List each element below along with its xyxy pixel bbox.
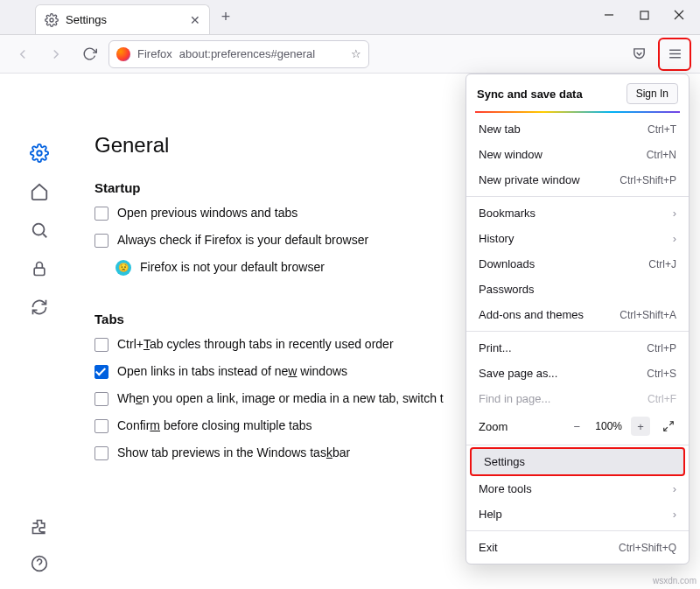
sidebar-help-icon[interactable] [30,554,49,573]
gear-icon [45,13,59,27]
menu-exit[interactable]: ExitCtrl+Shift+Q [466,535,689,560]
sync-title: Sync and save data [477,88,583,101]
app-menu-button[interactable] [661,40,689,68]
close-window-button[interactable] [662,0,696,30]
chevron-right-icon: › [673,508,676,521]
svg-line-10 [43,234,46,237]
sign-in-button[interactable]: Sign In [626,83,678,104]
firefox-icon [116,47,130,61]
sidebar-extensions-icon[interactable] [30,517,49,536]
browser-tab[interactable]: Settings ✕ [35,4,210,34]
watermark: wsxdn.com [653,576,696,585]
sidebar-bottom [0,517,79,573]
menu-print[interactable]: Print...Ctrl+P [466,335,689,361]
svg-point-8 [37,151,42,156]
menu-new-window[interactable]: New windowCtrl+N [466,142,689,167]
menu-zoom-row: Zoom − 100% + [466,411,689,441]
reload-button[interactable] [75,40,103,68]
menu-help[interactable]: Help› [466,501,689,527]
sad-face-icon: 😟 [116,260,131,276]
menu-history[interactable]: History› [466,226,689,251]
address-bar[interactable]: Firefox about:preferences#general ☆ [108,40,369,68]
menu-bookmarks[interactable]: Bookmarks› [466,200,689,226]
maximize-button[interactable] [626,0,662,30]
menu-find[interactable]: Find in page...Ctrl+F [466,386,689,411]
menu-sync-row: Sync and save data Sign In [466,74,689,111]
menu-addons[interactable]: Add-ons and themesCtrl+Shift+A [466,302,689,327]
sidebar-privacy-icon[interactable] [30,259,49,278]
bookmark-star-icon[interactable]: ☆ [351,47,361,60]
settings-sidebar [0,74,79,589]
menu-downloads[interactable]: DownloadsCtrl+J [466,251,689,277]
tab-strip: Settings ✕ + [0,0,700,35]
chevron-right-icon: › [673,482,676,495]
app-menu-highlight [658,38,691,71]
identity-label: Firefox [137,47,172,60]
pocket-button[interactable] [625,40,653,68]
svg-point-0 [50,18,53,22]
menu-more-tools[interactable]: More tools› [466,476,689,501]
chevron-right-icon: › [673,207,676,220]
menu-new-private-window[interactable]: New private windowCtrl+Shift+P [466,167,689,193]
sidebar-general-icon[interactable] [30,144,49,163]
svg-line-14 [669,422,673,425]
forward-button[interactable] [42,40,70,68]
minimize-button[interactable] [592,0,626,30]
url-text: about:preferences#general [179,47,344,60]
chevron-right-icon: › [673,232,676,245]
svg-rect-2 [640,11,648,19]
menu-settings[interactable]: Settings [472,449,683,474]
zoom-out-button[interactable]: − [567,417,586,436]
fullscreen-icon[interactable] [659,417,678,436]
sidebar-home-icon[interactable] [30,182,49,201]
sync-gradient [475,111,680,113]
tab-title: Settings [66,13,183,26]
sidebar-sync-icon[interactable] [30,298,49,317]
window-controls [592,0,696,30]
nav-toolbar: Firefox about:preferences#general ☆ [0,35,700,74]
menu-save-as[interactable]: Save page as...Ctrl+S [466,361,689,386]
zoom-value: 100% [595,420,622,432]
sidebar-search-icon[interactable] [30,221,49,240]
menu-new-tab[interactable]: New tabCtrl+T [466,116,689,142]
svg-rect-11 [34,268,45,275]
app-menu: Sync and save data Sign In New tabCtrl+T… [466,74,690,564]
back-button[interactable] [9,40,37,68]
svg-point-9 [33,224,45,235]
menu-passwords[interactable]: Passwords [466,277,689,302]
new-tab-button[interactable]: + [214,8,238,26]
close-tab-icon[interactable]: ✕ [190,13,200,27]
svg-line-15 [664,427,668,431]
zoom-in-button[interactable]: + [631,417,650,436]
